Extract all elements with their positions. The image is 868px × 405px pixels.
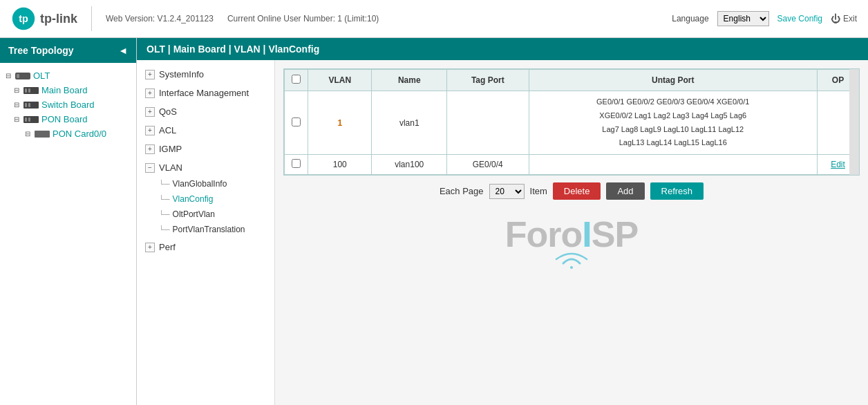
menu-item-acl[interactable]: + ACL [137,122,274,139]
system-info-label: SystemInfo [159,69,204,79]
sidebar-item-pon-board[interactable]: ⊟ PON Board [0,112,136,126]
pon-card-expand-icon: ⊟ [25,130,30,138]
table-scroll-wrapper: VLAN Name Tag Port Untag Port OP [283,68,860,176]
svg-rect-6 [28,88,30,93]
igmp-expand-icon: + [145,144,155,154]
vlan-config-label: VlanConfig [173,194,214,204]
pon-board-icon [23,116,39,123]
row1-vlan-id: 1 [308,91,372,155]
switch-board-expand-icon: ⊟ [14,101,19,109]
sidebar-main-board-label: Main Board [41,85,87,95]
sidebar-item-main-board[interactable]: ⊟ Main Board [0,83,136,97]
port-vlan-translation-bullet: └─ [159,225,170,234]
svg-rect-3 [17,74,19,78]
content-body: + SystemInfo + Interface Management + Qo [137,60,868,405]
each-page-label: Each Page [440,186,484,196]
menu-item-perf[interactable]: + Perf [137,238,274,256]
menu-item-qos[interactable]: + QoS [137,103,274,120]
vlan-config-bullet: └─ [159,195,170,203]
sidebar-header: Tree Topology ◄ [0,38,136,63]
menu-group-acl: + ACL [137,122,274,139]
sidebar-toggle-button[interactable]: ◄ [118,45,128,56]
col-untag-port: Untag Port [529,70,818,91]
watermark-highlight: I [582,214,591,254]
svg-rect-11 [25,117,27,122]
system-info-expand-icon: + [145,70,155,79]
language-select[interactable]: English Chinese [717,11,769,26]
sidebar-title: Tree Topology [8,45,74,56]
refresh-button[interactable]: Refresh [650,182,704,200]
sidebar-pon-card-label: PON Card0/0 [53,129,106,139]
sidebar-switch-board-label: Switch Board [41,100,95,110]
svg-rect-8 [25,103,27,107]
header-right: Language English Chinese Save Config ⏻ E… [672,11,857,26]
col-name: Name [372,70,447,91]
menu-group-system-info: + SystemInfo [137,66,274,83]
menu-item-igmp[interactable]: + IGMP [137,140,274,158]
sidebar-item-olt[interactable]: ⊟ OLT [0,68,136,83]
olt-icon [15,72,30,80]
row2-checkbox[interactable] [292,159,301,168]
interface-mgmt-label: Interface Management [159,88,249,98]
main-board-icon [23,87,39,94]
header: tp tp-link Web Version: V1.2.4_201123 Cu… [0,0,868,38]
menu-item-vlan[interactable]: − VLAN [137,159,274,176]
acl-label: ACL [159,125,176,135]
row2-vlan-id: 100 [308,155,372,175]
watermark: ForoISP [283,214,860,269]
scrollbar[interactable] [849,69,859,175]
sidebar-olt-label: OLT [33,70,50,81]
power-icon: ⏻ [831,13,840,24]
menu-item-vlan-config[interactable]: └─ VlanConfig [137,191,274,207]
menu-item-interface-mgmt[interactable]: + Interface Management [137,84,274,102]
row1-name: vlan1 [372,91,447,155]
svg-rect-9 [28,103,30,107]
row1-tag-port [447,91,529,155]
menu-item-vlan-global-info[interactable]: └─ VlanGlobalInfo [137,176,274,191]
row1-checkbox[interactable] [292,117,301,126]
sidebar-tree: ⊟ OLT ⊟ Main Board ⊟ Switch Board ⊟ PON … [0,63,136,147]
tp-link-logo-icon: tp [11,6,36,31]
logo-area: tp tp-link [11,6,92,31]
qos-expand-icon: + [145,107,155,117]
switch-board-icon [23,102,39,109]
table-row: 100 vlan100 GE0/0/4 Edit [285,155,859,175]
qos-label: QoS [159,106,177,117]
watermark-before: Foro [505,214,583,254]
menu-group-vlan: − VLAN └─ VlanGlobalInfo └─ VlanConfig └… [137,159,274,237]
menu-group-igmp: + IGMP [137,140,274,158]
sidebar-pon-board-label: PON Board [41,114,87,124]
watermark-text: ForoISP [283,214,860,255]
sidebar-item-pon-card[interactable]: ⊟ PON Card0/0 [0,126,136,141]
main-panel: VLAN Name Tag Port Untag Port OP [275,60,868,405]
pon-card-icon [35,131,50,138]
breadcrumb: OLT | Main Board | VLAN | VlanConfig [137,38,868,60]
vlan-global-info-label: VlanGlobalInfo [173,179,227,189]
row2-checkbox-cell [285,155,308,175]
sidebar-item-switch-board[interactable]: ⊟ Switch Board [0,97,136,112]
perf-expand-icon: + [145,243,155,252]
web-version: Web Version: V1.2.4_201123 [106,14,214,23]
menu-item-system-info[interactable]: + SystemInfo [137,66,274,83]
vlan-global-bullet: └─ [159,180,170,188]
exit-button[interactable]: ⏻ Exit [831,13,857,24]
item-label: Item [530,186,547,196]
select-all-checkbox[interactable] [292,75,301,84]
olt-port-vlan-label: OltPortVlan [173,209,215,219]
menu-item-olt-port-vlan[interactable]: └─ OltPortVlan [137,207,274,222]
add-button[interactable]: Add [606,182,644,200]
menu-group-qos: + QoS [137,103,274,120]
interface-mgmt-expand-icon: + [145,88,155,98]
left-menu: + SystemInfo + Interface Management + Qo [137,60,275,405]
main-layout: Tree Topology ◄ ⊟ OLT ⊟ Main Board ⊟ Swi… [0,38,868,405]
svg-rect-13 [35,131,50,138]
save-config-link[interactable]: Save Config [777,14,822,23]
menu-item-port-vlan-translation[interactable]: └─ PortVlanTranslation [137,222,274,237]
logo-text: tp-link [40,12,77,26]
acl-expand-icon: + [145,126,155,135]
delete-button[interactable]: Delete [553,182,601,200]
perf-label: Perf [159,242,176,252]
page-size-select[interactable]: 20 10 50 100 [489,184,525,199]
row2-tag-port: GE0/0/4 [447,155,529,175]
col-vlan: VLAN [308,70,372,91]
